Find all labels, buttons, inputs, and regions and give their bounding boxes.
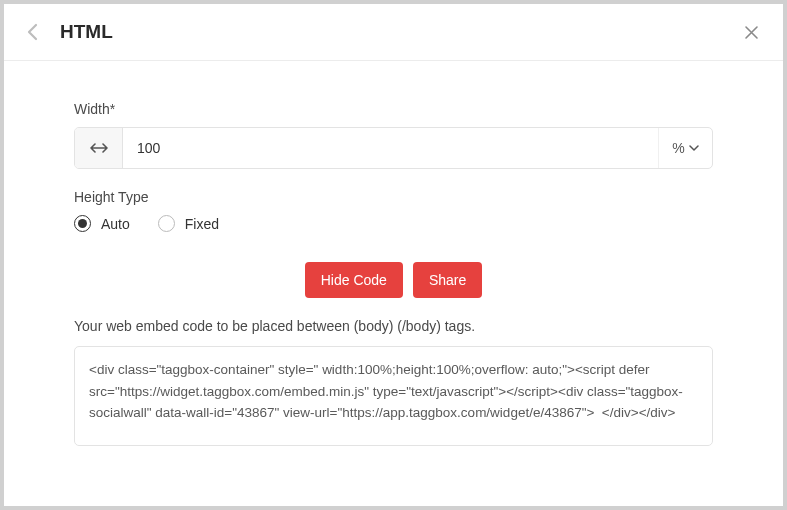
radio-label-auto: Auto [101, 216, 130, 232]
height-type-radio-group: Auto Fixed [74, 215, 713, 232]
radio-option-fixed[interactable]: Fixed [158, 215, 219, 232]
close-icon [744, 25, 759, 40]
width-input-group: % [74, 127, 713, 169]
embed-help-text: Your web embed code to be placed between… [74, 318, 713, 334]
modal-frame: HTML Width* % Height Type Auto Fixe [4, 4, 783, 506]
unit-select[interactable]: % [658, 128, 712, 168]
width-input[interactable] [123, 128, 658, 168]
chevron-left-icon [27, 23, 38, 41]
close-button[interactable] [739, 20, 763, 44]
radio-label-fixed: Fixed [185, 216, 219, 232]
share-button[interactable]: Share [413, 262, 482, 298]
button-row: Hide Code Share [74, 262, 713, 298]
embed-code-textarea[interactable] [74, 346, 713, 446]
hide-code-button[interactable]: Hide Code [305, 262, 403, 298]
height-type-label: Height Type [74, 189, 713, 205]
modal-header: HTML [4, 4, 783, 61]
modal-content: Width* % Height Type Auto Fixed Hide Cod [4, 61, 783, 506]
radio-indicator [74, 215, 91, 232]
back-button[interactable] [18, 18, 46, 46]
horizontal-arrows-icon [90, 142, 108, 154]
width-label: Width* [74, 101, 713, 117]
modal-title: HTML [60, 21, 113, 43]
radio-option-auto[interactable]: Auto [74, 215, 130, 232]
radio-indicator [158, 215, 175, 232]
unit-selected-label: % [672, 140, 684, 156]
chevron-down-icon [689, 145, 699, 151]
width-icon-prefix [75, 128, 123, 168]
